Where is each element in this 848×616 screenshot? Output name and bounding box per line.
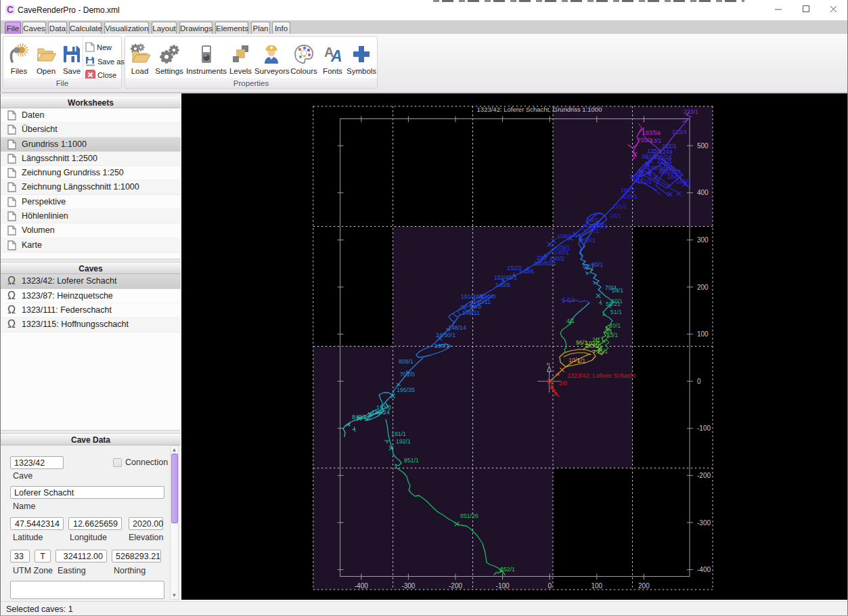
svg-text:-200: -200 xyxy=(697,472,711,479)
svg-text:190/1: 190/1 xyxy=(434,343,449,349)
svg-text:851/26: 851/26 xyxy=(460,512,478,519)
svg-text:809/1: 809/1 xyxy=(399,358,414,365)
svg-text:50/21: 50/21 xyxy=(606,301,621,307)
svg-text:195/35: 195/35 xyxy=(397,387,415,393)
svg-text:10/7/1: 10/7/1 xyxy=(583,227,600,234)
svg-text:-200: -200 xyxy=(449,582,462,590)
svg-text:A: A xyxy=(330,47,342,65)
svg-text:4/1: 4/1 xyxy=(566,317,575,324)
svg-text:140/9: 140/9 xyxy=(495,282,510,288)
svg-text:500: 500 xyxy=(697,142,709,150)
svg-text:185/24: 185/24 xyxy=(372,409,390,416)
svg-text:-400: -400 xyxy=(697,566,711,573)
svg-text:51/1: 51/1 xyxy=(610,309,622,315)
svg-text:1323/42: Loferer Schacht: 1323/42: Loferer Schacht xyxy=(567,372,636,379)
svg-text:221/1: 221/1 xyxy=(657,158,672,164)
svg-text:0: 0 xyxy=(548,582,552,590)
svg-text:200: 200 xyxy=(697,284,709,291)
svg-text:183/5a: 183/5a xyxy=(642,129,661,136)
svg-text:5/1: 5/1 xyxy=(567,296,575,303)
svg-text:186/1: 186/1 xyxy=(676,178,691,185)
svg-text:-100: -100 xyxy=(697,424,711,432)
svg-text:701/0: 701/0 xyxy=(400,371,415,378)
svg-text:-100: -100 xyxy=(496,582,510,590)
svg-text:1/1: 1/1 xyxy=(577,357,585,364)
svg-text:191/1: 191/1 xyxy=(391,431,406,437)
svg-text:852/1: 852/1 xyxy=(500,566,515,573)
svg-text:192/1: 192/1 xyxy=(396,438,411,445)
svg-text:-400: -400 xyxy=(355,582,368,590)
svg-text:849/1: 849/1 xyxy=(352,414,367,420)
svg-text:200: 200 xyxy=(638,582,650,590)
svg-text:223/1: 223/1 xyxy=(684,108,698,115)
svg-text:2/0: 2/0 xyxy=(559,380,567,387)
svg-text:148/14: 148/14 xyxy=(448,324,466,331)
svg-text:-300: -300 xyxy=(697,519,711,527)
svg-text:54/1: 54/1 xyxy=(612,287,623,294)
svg-text:108/1: 108/1 xyxy=(557,233,572,240)
svg-text:200/83/1: 200/83/1 xyxy=(533,260,556,267)
svg-text:N: N xyxy=(547,362,550,366)
svg-text:23/1: 23/1 xyxy=(606,332,618,338)
svg-text:171/1: 171/1 xyxy=(637,178,652,185)
svg-text:148/11: 148/11 xyxy=(462,309,480,316)
svg-text:121/1: 121/1 xyxy=(612,203,627,210)
svg-text:16/1: 16/1 xyxy=(610,213,621,219)
svg-text:43/1: 43/1 xyxy=(650,137,661,144)
svg-text:222/4: 222/4 xyxy=(672,129,687,135)
svg-text:851/1: 851/1 xyxy=(404,457,419,464)
svg-text:80/1: 80/1 xyxy=(592,261,603,268)
svg-text:15/1: 15/1 xyxy=(596,348,608,355)
svg-text:400: 400 xyxy=(697,189,709,196)
svg-text:-300: -300 xyxy=(401,582,415,590)
svg-text:100: 100 xyxy=(697,330,709,338)
svg-text:24/50/1: 24/50/1 xyxy=(436,332,455,338)
svg-text:120/1: 120/1 xyxy=(623,193,638,200)
svg-text:0: 0 xyxy=(697,378,701,385)
svg-text:152/45/1: 152/45/1 xyxy=(494,274,517,281)
svg-text:140/6: 140/6 xyxy=(519,268,534,275)
svg-text:1323/42: Loferer Schacht, Grun: 1323/42: Loferer Schacht, Grundriss 1:10… xyxy=(477,106,602,113)
svg-text:200/1: 200/1 xyxy=(581,237,596,244)
svg-text:100: 100 xyxy=(591,582,602,590)
svg-text:300: 300 xyxy=(697,236,709,244)
